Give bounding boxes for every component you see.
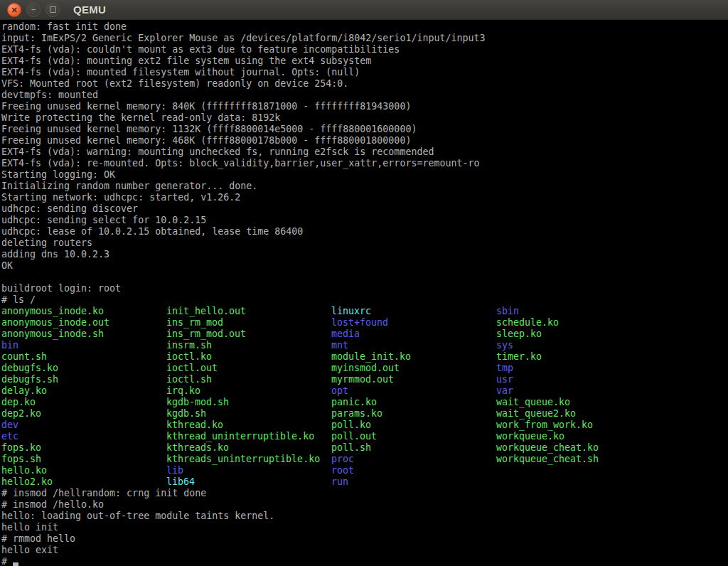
ls-entry: poll.ko bbox=[331, 420, 496, 431]
terminal-line: # insmod /hellrandom: crng init done bbox=[1, 488, 728, 499]
ls-entry: sleep.ko bbox=[496, 329, 542, 340]
ls-entry: media bbox=[331, 329, 496, 340]
text-cursor bbox=[13, 562, 18, 566]
terminal-line: adding dns 10.0.2.3 bbox=[1, 249, 728, 260]
ls-entry: workqueue_cheat.sh bbox=[496, 454, 599, 465]
terminal-line: Freeing unused kernel memory: 840K (ffff… bbox=[1, 101, 728, 112]
ls-entry: anonymous_inode.sh bbox=[1, 329, 166, 340]
terminal-line: udhcpc: lease of 10.0.2.15 obtained, lea… bbox=[1, 226, 728, 237]
ls-entry: root bbox=[331, 465, 354, 476]
ls-entry: schedule.ko bbox=[496, 317, 559, 329]
terminal-line: random: fast init done bbox=[1, 21, 728, 33]
terminal-line: dep.kokgdb-mod.shpanic.kowait_queue.ko bbox=[1, 397, 728, 408]
titlebar[interactable]: ✕ – QEMU bbox=[0, 0, 728, 20]
terminal-line: devtmpfs: mounted bbox=[1, 90, 728, 101]
close-icon: ✕ bbox=[11, 6, 17, 14]
ls-entry: irq.ko bbox=[166, 385, 331, 397]
ls-entry: lib64 bbox=[166, 476, 331, 488]
ls-entry: hello.ko bbox=[1, 465, 166, 476]
ls-entry: dep2.ko bbox=[1, 408, 166, 420]
ls-entry: panic.ko bbox=[331, 397, 496, 408]
terminal-line: anonymous_inode.koinit_hello.outlinuxrcs… bbox=[1, 306, 728, 317]
ls-entry: workqueue.ko bbox=[496, 431, 564, 442]
window-title: QEMU bbox=[73, 4, 106, 16]
terminal-line: devkthread.kopoll.kowork_from_work.ko bbox=[1, 420, 728, 431]
terminal-line: EXT4-fs (vda): mounting ext2 file system… bbox=[1, 55, 728, 67]
ls-entry: count.sh bbox=[1, 351, 166, 363]
ls-entry: insrm.sh bbox=[166, 340, 331, 351]
ls-entry: fops.sh bbox=[1, 454, 166, 465]
terminal-line: EXT4-fs (vda): mounted filesystem withou… bbox=[1, 67, 728, 78]
shell-log: # insmod /hellrandom: crng init done# in… bbox=[1, 488, 728, 556]
ls-entry: wait_queue.ko bbox=[496, 397, 570, 408]
ls-entry: wait_queue2.ko bbox=[496, 408, 576, 420]
qemu-window: ✕ – QEMU random: fast init doneinput: Im… bbox=[0, 0, 728, 566]
ls-entry: debugfs.sh bbox=[1, 374, 166, 385]
prompt-line: # bbox=[1, 556, 728, 566]
ls-entry: bin bbox=[1, 340, 166, 351]
terminal-line: hello init bbox=[1, 522, 728, 533]
terminal-line: Freeing unused kernel memory: 468K (ffff… bbox=[1, 135, 728, 146]
terminal-line: debugfs.koioctl.outmyinsmod.outtmp bbox=[1, 363, 728, 374]
close-button[interactable]: ✕ bbox=[7, 3, 21, 17]
terminal-line: hello exit bbox=[1, 545, 728, 556]
ls-entry: hello2.ko bbox=[1, 476, 166, 488]
ls-entry: poll.out bbox=[331, 431, 496, 442]
terminal-line: udhcpc: sending select for 10.0.2.15 bbox=[1, 215, 728, 226]
minimize-icon: – bbox=[31, 6, 36, 14]
ls-entry: fops.ko bbox=[1, 442, 166, 454]
terminal-line: EXT4-fs (vda): couldn't mount as ext3 du… bbox=[1, 44, 728, 55]
minimize-button[interactable]: – bbox=[26, 3, 41, 17]
maximize-icon bbox=[50, 6, 56, 13]
terminal-line: deleting routers bbox=[1, 237, 728, 249]
terminal-line: delay.koirq.kooptvar bbox=[1, 385, 728, 397]
ls-entry: ioctl.ko bbox=[166, 351, 331, 363]
ls-entry: usr bbox=[496, 374, 513, 385]
shell-prompt: # bbox=[1, 556, 13, 566]
terminal-line: # rmmod hello bbox=[1, 533, 728, 545]
ls-entry: mnt bbox=[331, 340, 496, 351]
ls-entry: opt bbox=[331, 385, 496, 397]
terminal-line: dep2.kokgdb.shparams.kowait_queue2.ko bbox=[1, 408, 728, 420]
terminal-screen[interactable]: random: fast init doneinput: ImExPS/2 Ge… bbox=[0, 20, 728, 566]
terminal-line: anonymous_inode.shins_rm_mod.outmediasle… bbox=[1, 329, 728, 340]
maximize-button[interactable] bbox=[46, 3, 60, 17]
terminal-line: EXT4-fs (vda): warning: mounting uncheck… bbox=[1, 146, 728, 158]
ls-entry: ins_rm_mod bbox=[166, 317, 331, 329]
ls-entry: proc bbox=[331, 454, 496, 465]
terminal-line: # ls / bbox=[1, 294, 728, 306]
ls-entry: kthreads_uninterruptible.ko bbox=[166, 454, 331, 465]
ls-output: anonymous_inode.koinit_hello.outlinuxrcs… bbox=[1, 306, 728, 488]
ls-entry: debugfs.ko bbox=[1, 363, 166, 374]
terminal-line: Freeing unused kernel memory: 1132K (fff… bbox=[1, 124, 728, 135]
terminal-line: count.shioctl.komodule_init.kotimer.ko bbox=[1, 351, 728, 363]
ls-entry: anonymous_inode.ko bbox=[1, 306, 166, 317]
terminal-line: hello.kolibroot bbox=[1, 465, 728, 476]
terminal-line: bininsrm.shmntsys bbox=[1, 340, 728, 351]
ls-entry: anonymous_inode.out bbox=[1, 317, 166, 329]
ls-entry: module_init.ko bbox=[331, 351, 496, 363]
boot-log: random: fast init doneinput: ImExPS/2 Ge… bbox=[1, 21, 728, 306]
ls-entry: ins_rm_mod.out bbox=[166, 329, 331, 340]
ls-entry: ioctl.out bbox=[166, 363, 331, 374]
ls-entry: kthread.ko bbox=[166, 420, 331, 431]
terminal-line: Write protecting the kernel read-only da… bbox=[1, 112, 728, 124]
ls-entry: timer.ko bbox=[496, 351, 542, 363]
terminal-line bbox=[1, 272, 728, 283]
ls-entry: run bbox=[331, 476, 348, 488]
ls-entry: myrmmod.out bbox=[331, 374, 496, 385]
terminal-line: hello: loading out-of-tree module taints… bbox=[1, 511, 728, 522]
ls-entry: lib bbox=[166, 465, 331, 476]
terminal-line: hello2.kolib64run bbox=[1, 476, 728, 488]
ls-entry: init_hello.out bbox=[166, 306, 331, 317]
terminal-line: fops.shkthreads_uninterruptible.koprocwo… bbox=[1, 454, 728, 465]
terminal-line: # insmod /hello.ko bbox=[1, 499, 728, 511]
ls-entry: delay.ko bbox=[1, 385, 166, 397]
ls-entry: myinsmod.out bbox=[331, 363, 496, 374]
terminal-line: EXT4-fs (vda): re-mounted. Opts: block_v… bbox=[1, 158, 728, 169]
terminal-line: etckthread_uninterruptible.kopoll.outwor… bbox=[1, 431, 728, 442]
ls-entry: sys bbox=[496, 340, 513, 351]
terminal-line: anonymous_inode.outins_rm_modlost+founds… bbox=[1, 317, 728, 329]
ls-entry: kgdb.sh bbox=[166, 408, 331, 420]
terminal-line: OK bbox=[1, 260, 728, 272]
